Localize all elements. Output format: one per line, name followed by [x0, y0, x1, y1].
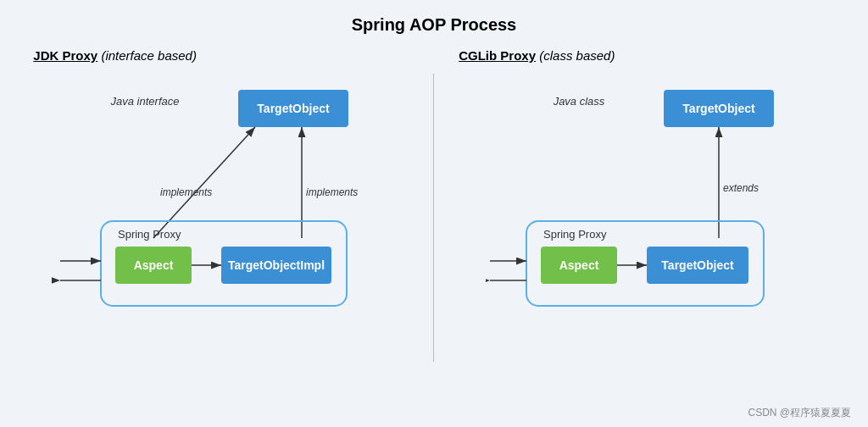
- svg-text:TargetObject: TargetObject: [257, 102, 330, 115]
- main-container: Spring AOP Process JDK Proxy (interface …: [0, 0, 868, 427]
- divider: [433, 74, 434, 362]
- right-diagram-svg: TargetObject Java class extends Spring P…: [459, 73, 834, 327]
- left-svg: TargetObject Java interface implements i…: [52, 73, 391, 327]
- svg-text:implements: implements: [306, 186, 358, 198]
- svg-text:TargetObjectImpl: TargetObjectImpl: [228, 258, 325, 272]
- left-diagram-title: JDK Proxy (interface based): [33, 48, 197, 63]
- svg-text:Spring Proxy: Spring Proxy: [543, 228, 607, 241]
- right-heading-italic: (class based): [536, 48, 615, 63]
- svg-text:Aspect: Aspect: [134, 258, 174, 272]
- watermark: CSDN @程序猿夏夏夏: [748, 406, 851, 420]
- svg-text:Aspect: Aspect: [559, 258, 599, 272]
- svg-text:extends: extends: [723, 182, 759, 194]
- svg-text:TargetObject: TargetObject: [661, 258, 734, 272]
- svg-text:Java class: Java class: [553, 95, 605, 108]
- diagrams-row: JDK Proxy (interface based) TargetObject…: [25, 48, 843, 419]
- left-diagram-svg: TargetObject Java interface implements i…: [33, 73, 409, 327]
- svg-text:Spring Proxy: Spring Proxy: [118, 228, 181, 241]
- left-heading-underlined: JDK Proxy: [33, 48, 97, 63]
- right-diagram: CGLib Proxy (class based) TargetObject J…: [459, 48, 834, 327]
- right-diagram-title: CGLib Proxy (class based): [459, 48, 615, 63]
- page-title: Spring AOP Process: [352, 15, 517, 35]
- svg-text:Java interface: Java interface: [110, 95, 180, 108]
- left-heading-italic: (interface based): [97, 48, 197, 63]
- svg-text:implements: implements: [160, 186, 212, 198]
- left-diagram: JDK Proxy (interface based) TargetObject…: [33, 48, 409, 327]
- right-svg: TargetObject Java class extends Spring P…: [486, 73, 808, 327]
- right-heading-underlined: CGLib Proxy: [459, 48, 536, 63]
- svg-text:TargetObject: TargetObject: [682, 102, 755, 115]
